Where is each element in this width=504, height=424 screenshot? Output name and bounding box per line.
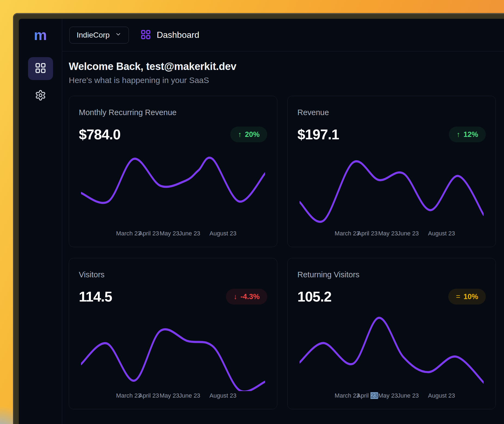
card-revenue: Revenue $197.1 ↑ 12% [287, 96, 496, 247]
x-axis-tick: May 23 [160, 392, 179, 399]
sidebar-item-dashboard[interactable] [28, 57, 53, 80]
x-axis-tick: March 23 [335, 392, 360, 399]
layout-grid-icon [35, 62, 46, 75]
x-axis-tick: June 23 [397, 392, 419, 399]
x-axis: March 23April 23May 23June 23August 23 [297, 230, 486, 239]
x-axis-tick: March 23 [116, 392, 141, 399]
x-axis: March 23April 23May 23June 23August 23 [79, 392, 267, 401]
card-title: Visitors [79, 270, 267, 279]
x-axis-tick: May 23 [378, 230, 398, 237]
page-header: Dashboard [140, 29, 199, 41]
line-chart [297, 150, 486, 229]
trend-badge: = 10% [448, 289, 486, 305]
trend-label: 10% [463, 293, 478, 301]
value-row: 114.5 ↓ -4.3% [79, 288, 267, 305]
gear-icon [35, 90, 46, 102]
trend-arrow-icon: ↑ [456, 130, 460, 139]
page-title: Dashboard [157, 30, 199, 40]
welcome-subheading: Here's what is happening in your SaaS [69, 76, 496, 85]
card-title: Revenue [297, 108, 486, 117]
x-axis-tick: June 23 [179, 230, 200, 237]
card-title: Monthly Recurring Revenue [79, 108, 267, 117]
value-row: $197.1 ↑ 12% [297, 126, 486, 143]
trend-badge: ↓ -4.3% [226, 289, 267, 305]
trend-badge: ↑ 12% [449, 127, 486, 142]
x-axis-tick: March 23 [335, 230, 360, 237]
x-axis: March 23April 23May 23June 23August 23 [79, 230, 267, 239]
app-root: m [19, 19, 504, 424]
main-column: IndieCorp [62, 19, 504, 424]
chart-line [300, 318, 484, 383]
x-axis-tick: April 23 [357, 230, 378, 237]
org-switcher-label: IndieCorp [77, 31, 110, 39]
x-axis-tick-text: April [357, 392, 370, 399]
metric-value: 114.5 [79, 288, 112, 305]
x-axis-tick: March 23 [116, 230, 141, 237]
x-axis-tick: May 23 [378, 392, 398, 399]
x-axis-tick: August 23 [428, 392, 455, 399]
chevron-down-icon [115, 31, 122, 39]
makerkit-logo[interactable]: m [34, 27, 47, 43]
layout-grid-icon [140, 29, 151, 41]
card-returning-visitors: Returning Visitors 105.2 = 10% [287, 258, 496, 409]
x-axis-tick: June 23 [397, 230, 419, 237]
stats-grid: Monthly Recurring Revenue $784.0 ↑ 20% [69, 96, 496, 409]
metric-value: $784.0 [79, 126, 120, 143]
line-chart [297, 312, 486, 391]
card-visitors: Visitors 114.5 ↓ -4.3% [69, 258, 277, 409]
card-monthly-recurring-revenue: Monthly Recurring Revenue $784.0 ↑ 20% [69, 96, 277, 247]
desktop-wallpaper: m [0, 0, 504, 424]
sidebar: m [19, 19, 62, 424]
chart-line [300, 161, 484, 222]
card-title: Returning Visitors [297, 270, 486, 279]
sidebar-item-settings[interactable] [28, 88, 53, 104]
trend-label: -4.3% [240, 293, 260, 301]
x-axis-tick: May 23 [160, 230, 179, 237]
trend-label: 20% [245, 130, 260, 139]
x-axis: March 23April 23May 23June 23August 23 [297, 392, 486, 401]
line-chart [79, 312, 267, 391]
x-axis-tick-selection: 23 [371, 392, 378, 399]
dashboard-content: Welcome Back, test@makerkit.dev Here's w… [62, 51, 504, 424]
metric-value: 105.2 [297, 288, 331, 305]
x-axis-tick: June 23 [179, 392, 200, 399]
x-axis-tick: April 23 [139, 392, 159, 399]
x-axis-tick: August 23 [210, 230, 237, 237]
x-axis-tick: August 23 [428, 230, 455, 237]
trend-arrow-icon: ↑ [238, 130, 242, 139]
topbar: IndieCorp [62, 19, 504, 51]
x-axis-tick: August 23 [210, 392, 237, 399]
value-row: 105.2 = 10% [297, 288, 486, 305]
value-row: $784.0 ↑ 20% [79, 126, 267, 143]
trend-arrow-icon: ↓ [234, 293, 237, 301]
welcome-heading: Welcome Back, test@makerkit.dev [69, 61, 496, 72]
metric-value: $197.1 [297, 126, 339, 143]
chart-line [81, 329, 265, 391]
x-axis-tick: April 23 [139, 230, 159, 237]
trend-label: 12% [463, 130, 478, 139]
app-window: m [13, 13, 504, 424]
org-switcher-button[interactable]: IndieCorp [69, 27, 129, 44]
trend-arrow-icon: = [456, 293, 460, 301]
line-chart [79, 150, 267, 229]
trend-badge: ↑ 20% [230, 127, 267, 142]
chart-line [81, 158, 265, 203]
x-axis-tick: April 23 [357, 392, 378, 399]
